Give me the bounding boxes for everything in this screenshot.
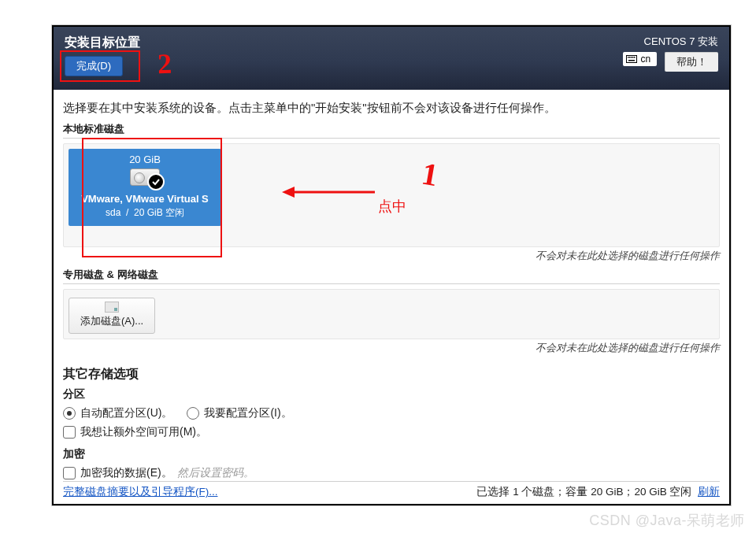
radio-manual-partition[interactable] — [187, 407, 199, 420]
disk-detail: sda / 20 GiB 空闲 — [72, 206, 218, 220]
disk-name: VMware, VMware Virtual S — [72, 193, 218, 205]
keyboard-layout-text: cn — [640, 54, 650, 65]
page-title: 安装目标位置 — [65, 35, 140, 51]
watermark: CSDN @Java-呆萌老师 — [589, 511, 745, 530]
disk-summary-link[interactable]: 完整磁盘摘要以及引导程序(F)... — [63, 485, 218, 499]
check-badge-icon — [147, 173, 165, 191]
installer-name: CENTOS 7 安装 — [623, 35, 718, 49]
disk-size: 20 GiB — [72, 154, 218, 165]
svg-rect-2 — [628, 57, 629, 58]
section-special-disks: 专用磁盘 & 网络磁盘 — [63, 268, 720, 284]
disk-item[interactable]: 20 GiB VMware, VMware Virtual S sda / 20… — [69, 149, 221, 226]
storage-options-heading: 其它存储选项 — [63, 366, 720, 383]
note-special: 不会对未在此处选择的磁盘进行任何操作 — [63, 341, 720, 355]
checkbox-encrypt-label: 加密我的数据(E)。 — [80, 466, 172, 480]
svg-rect-7 — [628, 60, 635, 61]
keyboard-icon — [626, 55, 637, 63]
add-disk-label: 添加磁盘(A)... — [80, 314, 143, 328]
section-local-disks: 本地标准磁盘 — [63, 122, 720, 139]
svg-rect-4 — [631, 57, 632, 58]
svg-rect-6 — [634, 57, 636, 58]
local-disks-container: 20 GiB VMware, VMware Virtual S sda / 20… — [63, 143, 720, 247]
add-disk-icon — [105, 302, 119, 313]
encrypt-hint: 然后设置密码。 — [177, 466, 254, 480]
instruction-text: 选择要在其中安装系统的设备。点击主菜单中的"开始安装"按钮前不会对该设备进行任何… — [63, 101, 720, 116]
keyboard-indicator[interactable]: cn — [623, 52, 657, 66]
radio-auto-partition-label: 自动配置分区(U)。 — [80, 406, 172, 420]
radio-auto-partition[interactable] — [63, 407, 76, 420]
refresh-link[interactable]: 刷新 — [698, 486, 720, 498]
svg-rect-5 — [632, 57, 634, 58]
checkbox-extra-space[interactable] — [63, 426, 76, 439]
special-disks-container: 添加磁盘(A)... — [63, 289, 720, 339]
done-button[interactable]: 完成(D) — [65, 56, 123, 76]
partition-heading: 分区 — [63, 387, 720, 402]
encrypt-heading: 加密 — [63, 447, 720, 461]
svg-rect-3 — [629, 57, 631, 58]
disk-icon-wrap — [130, 168, 160, 186]
radio-manual-partition-label: 我要配置分区(I)。 — [204, 406, 291, 420]
selection-status: 已选择 1 个磁盘；容量 20 GiB；20 GiB 空闲 — [476, 486, 691, 498]
checkbox-encrypt[interactable] — [63, 467, 76, 479]
checkbox-extra-space-label: 我想让额外空间可用(M)。 — [80, 425, 207, 439]
note-local: 不会对未在此处选择的磁盘进行任何操作 — [63, 249, 720, 263]
add-disk-button[interactable]: 添加磁盘(A)... — [69, 298, 155, 334]
help-button[interactable]: 帮助！ — [665, 52, 718, 72]
